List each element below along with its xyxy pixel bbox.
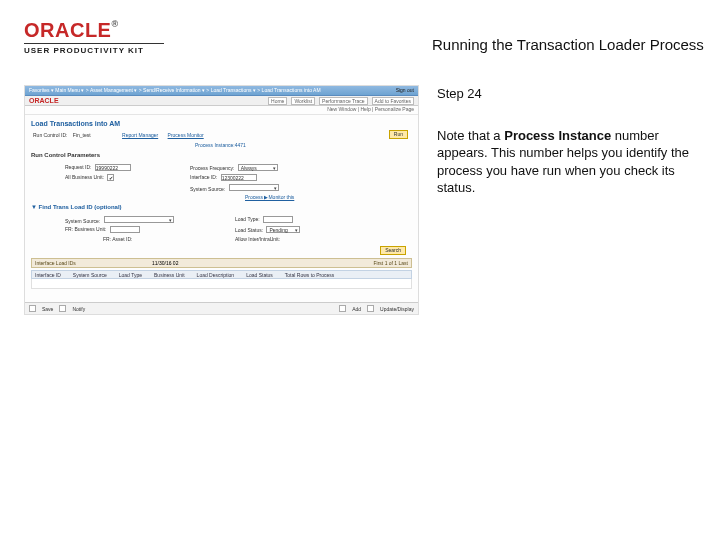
ss-col-business-unit: Business Unit bbox=[154, 272, 185, 278]
ss-system-source2-label: System Source: bbox=[65, 218, 100, 224]
instruction-pane: Step 24 Note that a Process Instance num… bbox=[437, 85, 696, 197]
ss-toolbar-links[interactable]: New Window | Help | Personalize Page bbox=[25, 106, 418, 115]
ss-strip-nav[interactable]: First 1 of 1 Last bbox=[374, 260, 408, 266]
ss-tab-worklist[interactable]: Worklist bbox=[291, 97, 315, 105]
ss-system-source2-select[interactable] bbox=[104, 216, 174, 223]
ss-fr-bu-label: FR: Business Unit: bbox=[65, 226, 106, 232]
ss-find-title: Find Trans Load ID (optional) bbox=[39, 204, 122, 210]
ss-runctl-value: Fin_test bbox=[73, 132, 91, 138]
ss-col-load-status: Load Status bbox=[246, 272, 273, 278]
ss-col-load-desc: Load Description bbox=[197, 272, 235, 278]
ss-bottom-toolbar: Save Notify Add Update/Display bbox=[25, 302, 418, 314]
ss-request-id-label: Request ID: bbox=[65, 164, 91, 170]
ss-mini-tabs: Home Worklist Performance Trace Add to F… bbox=[268, 97, 414, 105]
ss-save-label[interactable]: Save bbox=[42, 306, 53, 312]
ss-add-label[interactable]: Add bbox=[352, 306, 361, 312]
ss-grid-row bbox=[31, 279, 412, 289]
ss-col-total-rows: Total Rows to Process bbox=[285, 272, 334, 278]
ss-fr-asset-label: FR: Asset ID: bbox=[103, 236, 132, 242]
instruction-note: Note that a Process Instance number appe… bbox=[437, 127, 696, 197]
ss-run-button[interactable]: Run bbox=[389, 130, 408, 139]
ss-col-load-type: Load Type bbox=[119, 272, 142, 278]
ss-load-status-select[interactable]: Pending bbox=[266, 226, 300, 233]
ss-fr-bu-input[interactable] bbox=[110, 226, 140, 233]
ss-strip-date: 11/30/16 02 bbox=[152, 260, 178, 266]
logo-subtitle: USER PRODUCTIVITY KIT bbox=[24, 43, 164, 55]
ss-process-monitor-this[interactable]: Process ▶Monitor this bbox=[245, 194, 294, 200]
ss-grid-header: Interface ID System Source Load Type Bus… bbox=[31, 270, 412, 279]
step-label: Step 24 bbox=[437, 85, 696, 103]
ss-process-freq-label: Process Frequency: bbox=[190, 165, 234, 171]
ss-report-manager-link[interactable]: Report Manager bbox=[122, 132, 158, 138]
trademark-symbol: ® bbox=[111, 19, 118, 29]
ss-interface-id-label: Interface ID: bbox=[190, 174, 217, 180]
ss-system-source-select[interactable] bbox=[229, 184, 279, 191]
oracle-logo: ORACLE® bbox=[24, 20, 164, 40]
ss-col-system-source: System Source bbox=[73, 272, 107, 278]
ss-mini-oracle-logo: ORACLE bbox=[25, 97, 59, 104]
ss-process-instance: Process Instance:4471 bbox=[195, 142, 246, 148]
ss-system-source-label: System Source: bbox=[190, 186, 225, 192]
ss-second-bar: ORACLE Home Worklist Performance Trace A… bbox=[25, 96, 418, 106]
ss-load-status-label: Load Status: bbox=[235, 227, 263, 233]
ss-process-freq-select[interactable]: Always bbox=[238, 164, 278, 171]
app-screenshot: Favorites ▾ Main Menu ▾ > Asset Manageme… bbox=[24, 85, 419, 315]
ss-load-type-label: Load Type: bbox=[235, 216, 260, 222]
brand-text: ORACLE bbox=[24, 19, 111, 41]
oracle-logo-block: ORACLE® USER PRODUCTIVITY KIT bbox=[24, 20, 164, 55]
update-icon[interactable] bbox=[367, 305, 374, 312]
ss-signout-link[interactable]: Sign out bbox=[396, 87, 414, 93]
save-icon[interactable] bbox=[29, 305, 36, 312]
note-pre: Note that a bbox=[437, 128, 504, 143]
ss-top-nav: Favorites ▾ Main Menu ▾ > Asset Manageme… bbox=[25, 86, 418, 96]
ss-loadids-strip: Interface Load IDs 11/30/16 02 First 1 o… bbox=[31, 258, 412, 268]
ss-tab-home[interactable]: Home bbox=[268, 97, 287, 105]
ss-all-bu-label: All Business Unit: bbox=[65, 174, 104, 180]
ss-notify-label[interactable]: Notify bbox=[72, 306, 85, 312]
ss-update-label[interactable]: Update/Display bbox=[380, 306, 414, 312]
ss-page-heading: Load Transactions into AM bbox=[31, 120, 120, 127]
ss-interface-id-input[interactable]: 12300222 bbox=[221, 174, 257, 181]
ss-process-monitor-link[interactable]: Process Monitor bbox=[168, 132, 204, 138]
ss-col-interface-id: Interface ID bbox=[35, 272, 61, 278]
ss-allow-int-label: Allow Inter/IntraUnit: bbox=[235, 236, 280, 242]
ss-tab-fav[interactable]: Add to Favorites bbox=[372, 97, 414, 105]
ss-runctl-label: Run Control ID: bbox=[33, 132, 67, 138]
ss-all-bu-checkbox[interactable]: ✔ bbox=[107, 174, 114, 181]
ss-breadcrumb: Favorites ▾ Main Menu ▾ > Asset Manageme… bbox=[29, 87, 321, 95]
notify-icon[interactable] bbox=[59, 305, 66, 312]
add-icon[interactable] bbox=[339, 305, 346, 312]
ss-load-type-input[interactable] bbox=[263, 216, 293, 223]
ss-search-button[interactable]: Search bbox=[380, 246, 406, 255]
ss-request-id-input[interactable]: 19990222 bbox=[95, 164, 131, 171]
ss-strip-title: Interface Load IDs bbox=[35, 260, 76, 266]
note-bold: Process Instance bbox=[504, 128, 611, 143]
page-title: Running the Transaction Loader Process bbox=[212, 28, 704, 53]
ss-tab-perf[interactable]: Performance Trace bbox=[319, 97, 368, 105]
ss-run-params-title: Run Control Parameters bbox=[31, 152, 100, 158]
